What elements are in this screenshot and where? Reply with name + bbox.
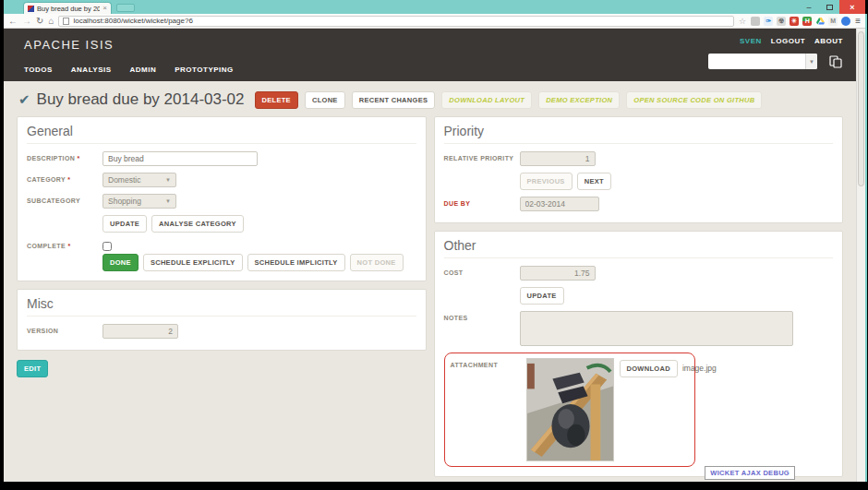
menu-item-admin[interactable]: ADMIN — [130, 66, 157, 74]
other-panel-title: Other — [444, 238, 834, 258]
general-panel: General DESCRIPTION * CATEGORY * Domesti… — [17, 116, 427, 281]
version-label: VERSION — [27, 324, 102, 339]
chevron-down-icon: ▼ — [165, 177, 171, 183]
new-tab-button[interactable] — [116, 4, 135, 12]
logout-link[interactable]: LOGOUT — [771, 37, 805, 45]
version-field — [102, 324, 178, 339]
feather-icon[interactable]: ✑ — [764, 17, 773, 26]
menu-item-todos[interactable]: TODOS — [24, 66, 53, 74]
window-controls: – × — [799, 0, 865, 14]
schedule-implicitly-button[interactable]: SCHEDULE IMPLICITLY — [247, 254, 345, 271]
analyse-category-button[interactable]: ANALYSE CATEGORY — [151, 215, 244, 233]
close-button[interactable]: × — [839, 0, 865, 14]
description-label: DESCRIPTION * — [27, 151, 102, 166]
previous-button: PREVIOUS — [520, 173, 573, 190]
reload-icon[interactable]: ↻ — [36, 17, 43, 26]
required-marker: * — [78, 155, 80, 161]
vertical-scrollbar[interactable] — [856, 29, 865, 482]
chevron-down-icon: ▼ — [165, 198, 171, 204]
recent-changes-button[interactable]: RECENT CHANGES — [352, 91, 436, 109]
category-select-value: Domestic — [108, 175, 140, 185]
app-viewport: APACHE ISIS SVEN LOGOUT ABOUT TODOS ANAL… — [4, 29, 865, 482]
required-marker: * — [67, 176, 70, 183]
category-label: CATEGORY * — [27, 173, 102, 187]
update-cost-button[interactable]: UPDATE — [520, 287, 564, 305]
notes-field[interactable] — [520, 311, 793, 346]
download-button[interactable]: DOWNLOAD — [620, 360, 678, 377]
download-layout-button[interactable]: DOWNLOAD LAYOUT — [441, 91, 532, 109]
priority-panel-title: Priority — [444, 124, 834, 144]
demo-exception-button[interactable]: DEMO EXCEPTION — [538, 91, 620, 109]
forward-icon[interactable]: → — [22, 17, 31, 26]
next-button[interactable]: NEXT — [577, 173, 611, 190]
search-combobox-value[interactable] — [708, 54, 805, 69]
clone-button[interactable]: CLONE — [305, 91, 345, 109]
category-select[interactable]: Domestic ▼ — [102, 173, 176, 187]
update-button[interactable]: UPDATE — [102, 215, 147, 233]
cost-label: COST — [444, 266, 520, 281]
home-icon[interactable]: ⌂ — [48, 17, 54, 26]
maximize-button[interactable] — [819, 0, 839, 14]
page-title: Buy bread due by 2014-03-02 — [37, 90, 245, 109]
browser-titlebar: Buy bread due by 20 × – × — [4, 0, 865, 14]
edit-button[interactable]: EDIT — [17, 360, 48, 377]
priority-panel: Priority RELATIVE PRIORITY PREVIOUS NEXT — [434, 116, 844, 223]
delete-button[interactable]: DELETE — [255, 91, 298, 109]
schedule-explicitly-button[interactable]: SCHEDULE EXPLICITLY — [143, 254, 243, 271]
notes-label: NOTES — [444, 311, 520, 346]
chevron-down-icon[interactable]: ▼ — [805, 54, 817, 69]
other-panel: Other COST UPDATE NOTES — [434, 231, 844, 477]
required-marker: * — [67, 243, 70, 249]
browser-toolbar: ← → ↻ ⌂ localhost:8080/wicket/wicket/pag… — [4, 14, 865, 29]
due-by-label: DUE BY — [444, 197, 520, 211]
browser-window: Buy bread due by 20 × – × ← → ↻ ⌂ localh… — [4, 0, 865, 482]
url-text[interactable]: localhost:8080/wicket/wicket/page?6 — [73, 17, 192, 25]
app-header: APACHE ISIS SVEN LOGOUT ABOUT TODOS ANAL… — [4, 29, 856, 81]
gmail-icon[interactable]: M — [828, 17, 838, 26]
brand-title: APACHE ISIS — [24, 38, 841, 52]
misc-panel-title: Misc — [27, 296, 416, 317]
adblock-icon[interactable]: ✳ — [790, 17, 799, 26]
minimize-button[interactable]: – — [799, 0, 819, 14]
complete-checkbox[interactable] — [102, 242, 112, 251]
subcategory-select[interactable]: Shopping ▼ — [102, 194, 176, 209]
open-source-code-button[interactable]: OPEN SOURCE CODE ON GITHUB — [626, 91, 762, 109]
browser-menu-icon[interactable]: ≡ — [855, 16, 861, 26]
user-link[interactable]: SVEN — [740, 37, 762, 45]
relative-priority-field — [520, 151, 596, 166]
subcategory-label: SUBCATEGORY — [27, 194, 102, 209]
right-column: Priority RELATIVE PRIORITY PREVIOUS NEXT — [434, 116, 844, 482]
tab-favicon-icon — [28, 6, 34, 12]
address-bar[interactable]: localhost:8080/wicket/wicket/page?6 — [58, 16, 734, 27]
bookmark-star-icon[interactable]: ☆ — [739, 17, 746, 26]
google-drive-icon[interactable] — [815, 17, 825, 26]
misc-panel: Misc VERSION — [17, 289, 427, 351]
attachment-label: ATTACHMENT — [451, 358, 526, 461]
header-tools: ▼ — [708, 54, 843, 69]
share-icon[interactable]: ☢ — [777, 17, 786, 26]
h-extension-icon[interactable]: H — [802, 17, 812, 26]
back-icon[interactable]: ← — [8, 17, 18, 26]
left-column: General DESCRIPTION * CATEGORY * Domesti… — [17, 116, 427, 377]
extension-generic-icon[interactable] — [751, 17, 760, 26]
attachment-highlight-box: ATTACHMENT — [444, 353, 695, 467]
description-field[interactable] — [102, 151, 258, 166]
menu-item-prototyping[interactable]: PROTOTYPING — [175, 66, 234, 74]
attachment-image[interactable] — [526, 358, 614, 461]
tab-close-icon[interactable]: × — [102, 5, 107, 12]
about-link[interactable]: ABOUT — [814, 37, 843, 45]
page-icon — [63, 18, 69, 25]
browser-tab[interactable]: Buy bread due by 20 × — [23, 2, 112, 14]
cast-icon[interactable] — [841, 17, 850, 26]
done-button[interactable]: DONE — [102, 254, 139, 271]
scrollbar-thumb[interactable] — [858, 31, 864, 186]
maximize-icon — [826, 5, 833, 10]
entity-title-row: ✔ Buy bread due by 2014-03-02 DELETE CLO… — [17, 87, 843, 116]
wicket-ajax-debug-link[interactable]: WICKET AJAX DEBUG — [705, 466, 795, 480]
subcategory-select-value: Shopping — [108, 197, 141, 206]
copy-icon[interactable] — [828, 54, 843, 69]
relative-priority-label: RELATIVE PRIORITY — [444, 151, 520, 166]
search-combobox[interactable]: ▼ — [708, 54, 817, 69]
menu-item-analysis[interactable]: ANALYSIS — [71, 66, 112, 74]
general-panel-title: General — [27, 124, 416, 144]
